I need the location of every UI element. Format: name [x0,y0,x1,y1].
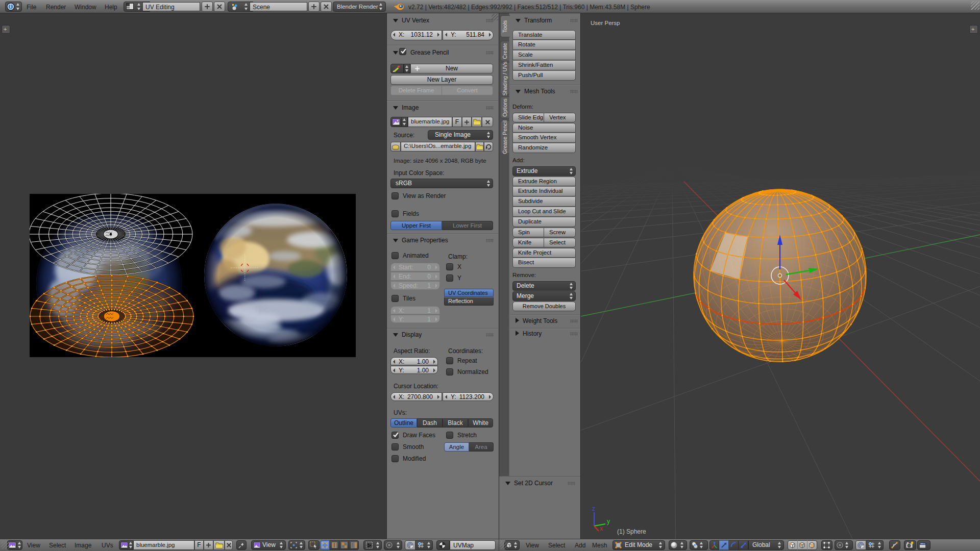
svg-text:z: z [592,505,595,512]
svg-text:x: x [600,525,603,532]
svg-text:y: y [607,518,610,525]
